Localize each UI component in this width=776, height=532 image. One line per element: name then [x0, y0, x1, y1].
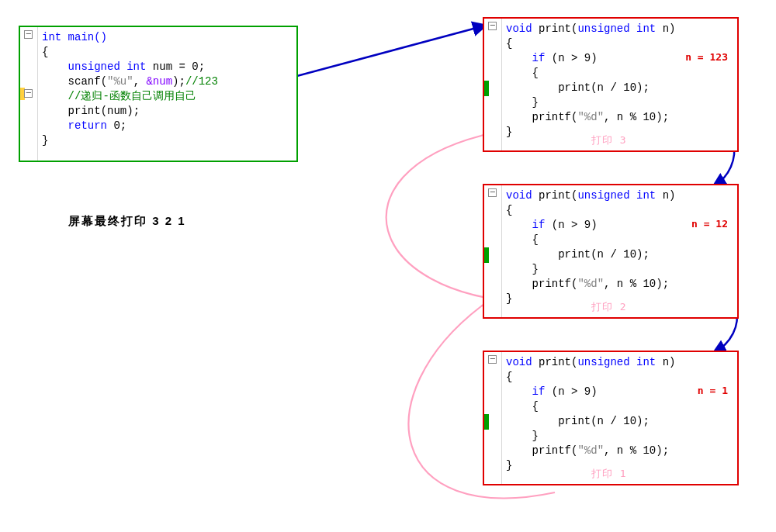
brace: }	[506, 96, 539, 109]
kw-uint: unsigned int	[42, 60, 146, 73]
annot-n12: n = 12	[691, 218, 728, 230]
fold-icon	[488, 22, 497, 30]
fold-icon	[488, 355, 497, 364]
str: "%d"	[577, 278, 604, 290]
kw-uint: unsigned int	[577, 22, 656, 35]
text: (n > 9)	[545, 219, 597, 231]
brace: {	[506, 204, 512, 216]
text: , n % 10);	[604, 444, 669, 457]
kw-uint: unsigned int	[577, 189, 656, 202]
text: print(n / 10);	[506, 248, 650, 261]
gutter	[484, 19, 502, 150]
text: , n % 10);	[604, 111, 669, 123]
kw-if: if	[506, 52, 545, 64]
text: ,	[133, 75, 147, 88]
brace: }	[42, 134, 48, 147]
brace: {	[506, 371, 512, 383]
text: (num);	[101, 105, 140, 117]
str: "%d"	[577, 111, 604, 123]
text: (n > 9)	[545, 52, 597, 64]
kw-if: if	[506, 219, 545, 231]
annot-n1: n = 1	[698, 385, 728, 396]
fn-print: print	[42, 105, 101, 117]
fn-printf: printf(	[506, 111, 577, 123]
kw-void: void	[506, 22, 532, 35]
brace: }	[506, 263, 539, 275]
print-code-12: void print(unsigned int n) { if (n > 9) …	[506, 188, 733, 306]
fold-icon	[24, 30, 33, 39]
brace: {	[506, 233, 539, 246]
brace: {	[506, 37, 512, 50]
fn-scanf: scanf	[42, 75, 101, 88]
text: (n > 9)	[545, 385, 597, 398]
brace: {	[42, 46, 48, 58]
saved-marker-icon	[484, 81, 489, 96]
pink-print-2: 打印 2	[591, 300, 627, 314]
gutter	[20, 27, 38, 161]
text: print(	[532, 189, 578, 202]
print-code-1: void print(unsigned int n) { if (n > 9) …	[506, 355, 733, 473]
text: print(	[532, 22, 578, 35]
kw-uint: unsigned int	[577, 356, 656, 368]
gutter	[484, 352, 502, 484]
str: "%d"	[577, 444, 604, 457]
text: print(n / 10);	[506, 415, 650, 427]
summary-text: 屏幕最终打印 3 2 1	[68, 214, 186, 229]
fold-icon	[488, 188, 497, 197]
brace: }	[506, 126, 512, 138]
comment: //递归-函数自己调用自己	[42, 90, 196, 102]
fold-icon	[24, 89, 33, 98]
text: n)	[656, 22, 675, 35]
arg: &num	[146, 75, 172, 88]
brace: {	[506, 400, 539, 413]
diagram-stage: int main() { unsigned int num = 0; scanf…	[0, 0, 776, 532]
fn-printf: printf(	[506, 444, 577, 457]
text: 0;	[107, 119, 126, 132]
saved-marker-icon	[484, 247, 489, 263]
print-box-123: void print(unsigned int n) { if (n > 9) …	[483, 17, 739, 152]
brace: {	[506, 67, 539, 79]
text: n)	[656, 189, 675, 202]
print-box-1: void print(unsigned int n) { if (n > 9) …	[483, 351, 739, 485]
text: num = 0;	[146, 60, 205, 73]
fn-printf: printf(	[506, 278, 577, 290]
print-code-123: void print(unsigned int n) { if (n > 9) …	[506, 22, 733, 140]
print-box-12: void print(unsigned int n) { if (n > 9) …	[483, 184, 739, 319]
kw-void: void	[506, 189, 532, 202]
saved-marker-icon	[484, 414, 489, 430]
text: );	[172, 75, 185, 88]
kw-return: return	[42, 119, 107, 132]
text: print(n / 10);	[506, 81, 650, 94]
str: "%u"	[107, 75, 133, 88]
text: n)	[656, 356, 675, 368]
brace: }	[506, 292, 512, 305]
comment: //123	[185, 75, 218, 88]
main-code: int main() { unsigned int num = 0; scanf…	[42, 30, 292, 148]
pink-print-1: 打印 1	[591, 467, 627, 481]
gutter	[484, 185, 502, 317]
pink-print-3: 打印 3	[591, 133, 627, 147]
kw-int-main: int main()	[42, 31, 107, 43]
brace: }	[506, 459, 512, 472]
brace: }	[506, 430, 539, 442]
text: print(	[532, 356, 578, 368]
kw-if: if	[506, 385, 545, 398]
kw-void: void	[506, 356, 532, 368]
annot-n123: n = 123	[685, 51, 728, 63]
main-code-box: int main() { unsigned int num = 0; scanf…	[19, 26, 298, 162]
text: , n % 10);	[604, 278, 669, 290]
